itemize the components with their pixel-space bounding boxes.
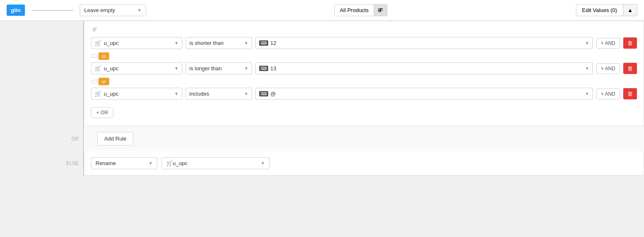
or-separator-2: or	[91, 78, 637, 85]
value-label-3: @	[270, 91, 276, 97]
value-select-1[interactable]: ⌨ 12 ▼	[255, 37, 593, 49]
or-tag-1: or	[98, 52, 109, 60]
gtin-badge: gtin	[7, 5, 25, 16]
value-select-3[interactable]: ⌨ @ ▼	[255, 88, 593, 100]
operator-select-2[interactable]: is longer than ▼	[186, 62, 252, 74]
if-section-row: IF 🛒 u_upc ▼ is shorter than ▼	[0, 21, 644, 126]
add-rule-area: Add Rule	[84, 126, 644, 151]
if-content-col: IF 🛒 u_upc ▼ is shorter than ▼	[84, 21, 644, 126]
chevron-down-icon-op1: ▼	[244, 41, 248, 45]
else-section-row: ELSE Rename ▼ 🛒 u_upc ▼	[0, 151, 644, 175]
add-or-container: + OR	[91, 104, 637, 120]
kbd-icon-1: ⌨	[259, 40, 268, 46]
chevron-down-icon-op2: ▼	[244, 66, 248, 71]
else-side-col: ELSE	[0, 151, 83, 175]
top-bar: gtin Leave empty ▼ All Products IF Edit …	[0, 0, 644, 21]
operator-label-3: includes	[189, 91, 209, 97]
all-products-button[interactable]: All Products	[334, 4, 374, 16]
chevron-down-icon-op3: ▼	[244, 91, 248, 96]
else-content-col: Rename ▼ 🛒 u_upc ▼	[84, 151, 644, 175]
and-button-3[interactable]: + AND	[596, 89, 620, 99]
add-or-button[interactable]: + OR	[91, 107, 113, 118]
chevron-down-icon-rename: ▼	[149, 161, 153, 165]
cart-icon-3: 🛒	[95, 91, 101, 97]
and-button-2[interactable]: + AND	[596, 63, 620, 74]
rename-select[interactable]: Rename ▼	[91, 157, 157, 169]
value-select-2[interactable]: ⌨ 13 ▼	[255, 62, 593, 74]
or-side-col: OR	[0, 126, 83, 151]
chevron-down-icon-field1: ▼	[174, 41, 179, 45]
if-label: IF	[91, 27, 637, 33]
else-controls: Rename ▼ 🛒 u_upc ▼	[91, 157, 637, 169]
chevron-down-icon-uupc: ▼	[261, 161, 265, 165]
chevron-down-icon-field2: ▼	[174, 66, 179, 71]
value-label-1: 12	[270, 40, 276, 46]
edit-values-button[interactable]: Edit Values (0)	[576, 4, 623, 16]
page-container: gtin Leave empty ▼ All Products IF Edit …	[0, 0, 644, 237]
if-button[interactable]: IF	[374, 4, 388, 16]
kbd-icon-2: ⌨	[259, 66, 268, 71]
delete-button-1[interactable]: 🗑	[623, 37, 637, 49]
chevron-down-icon-val1: ▼	[585, 41, 589, 45]
or-box-1	[92, 54, 98, 58]
uupc-select[interactable]: 🛒 u_upc ▼	[162, 157, 269, 169]
or-separator-1: or	[91, 52, 637, 60]
rule-row-2: 🛒 u_upc ▼ is longer than ▼ ⌨ 13	[91, 62, 637, 74]
leave-empty-select[interactable]: Leave empty ▼	[80, 4, 146, 16]
cart-icon-2: 🛒	[95, 65, 101, 72]
chevron-down-icon-val2: ▼	[585, 66, 589, 71]
field-select-2[interactable]: 🛒 u_upc ▼	[91, 62, 182, 74]
layout-wrapper: IF 🛒 u_upc ▼ is shorter than ▼	[0, 21, 644, 175]
operator-label-1: is shorter than	[189, 40, 223, 46]
collapse-button[interactable]: ▲	[623, 4, 637, 16]
field-label-2: u_upc	[104, 65, 118, 72]
rename-label: Rename	[95, 160, 116, 166]
chevron-down-icon-val3: ▼	[585, 91, 589, 96]
value-label-2: 13	[270, 65, 276, 72]
field-label-1: u_upc	[104, 40, 118, 46]
kbd-icon-3: ⌨	[259, 91, 268, 96]
uupc-label: u_upc	[173, 160, 187, 166]
leave-empty-label: Leave empty	[84, 7, 115, 13]
chevron-down-icon-field3: ▼	[174, 91, 179, 96]
cart-icon-else: 🛒	[166, 160, 173, 166]
rule-row-3: 🛒 u_upc ▼ includes ▼ ⌨ @ ▼	[91, 88, 637, 100]
delete-button-2[interactable]: 🗑	[623, 63, 637, 74]
and-button-1[interactable]: + AND	[596, 38, 620, 49]
delete-button-3[interactable]: 🗑	[623, 88, 637, 99]
connector-line	[32, 10, 73, 11]
or-tag-2: or	[98, 78, 109, 85]
all-products-group: All Products IF	[334, 4, 387, 16]
or-side-label: OR	[71, 136, 83, 142]
if-side-col	[0, 21, 83, 126]
add-rule-button[interactable]: Add Rule	[97, 132, 133, 146]
or-box-2	[92, 80, 98, 83]
operator-label-2: is longer than	[189, 65, 222, 72]
rule-row-1: 🛒 u_upc ▼ is shorter than ▼ ⌨ 12	[91, 37, 637, 49]
operator-select-3[interactable]: includes ▼	[186, 88, 252, 100]
chevron-down-icon: ▼	[137, 8, 142, 12]
field-label-3: u_upc	[104, 91, 118, 97]
operator-select-1[interactable]: is shorter than ▼	[186, 37, 252, 49]
field-select-1[interactable]: 🛒 u_upc ▼	[91, 37, 182, 49]
or-add-rule-row: OR Add Rule	[0, 126, 644, 151]
else-side-label: ELSE	[66, 160, 83, 166]
cart-icon-1: 🛒	[95, 40, 101, 46]
field-select-3[interactable]: 🛒 u_upc ▼	[91, 88, 182, 100]
